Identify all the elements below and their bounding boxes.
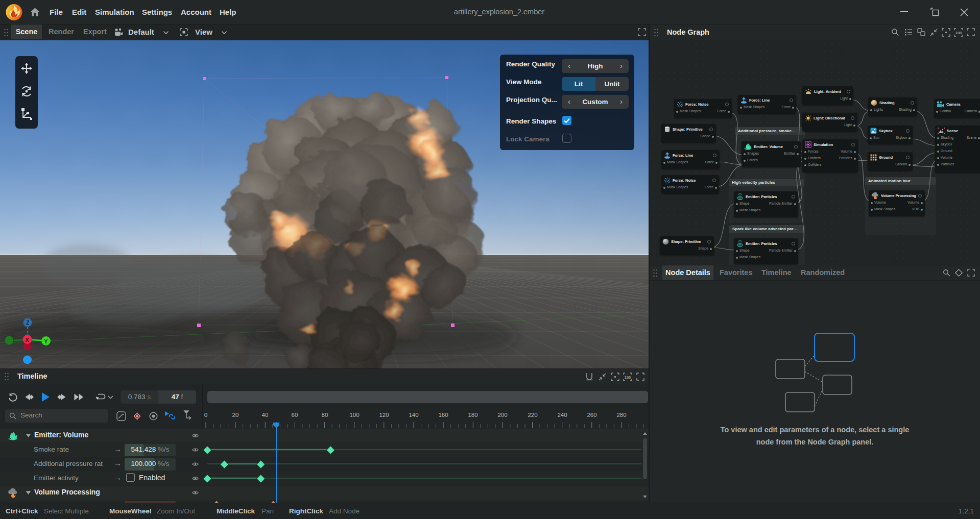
svg-text:100: 100 [955,31,962,35]
svg-text:Y: Y [44,338,48,344]
svg-text:Z: Z [26,320,29,326]
svg-text:X: X [26,337,30,343]
svg-text:100: 100 [625,375,631,380]
